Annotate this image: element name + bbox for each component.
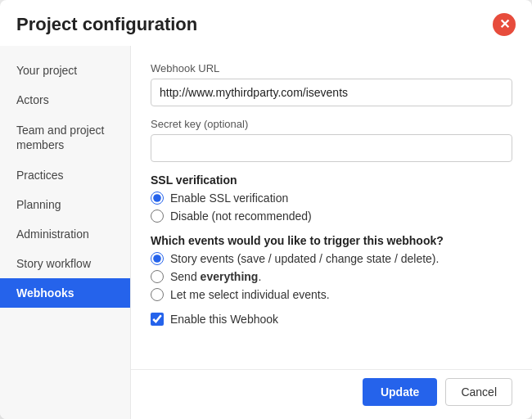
sidebar-item-story-workflow[interactable]: Story workflow [0,249,130,278]
send-everything-label: Send everything. [170,270,261,283]
ssl-disable-radio[interactable] [151,210,164,223]
individual-events-label: Let me select individual events. [170,288,330,301]
sidebar-item-planning[interactable]: Planning [0,190,130,219]
enable-webhook-label: Enable this Webhook [170,313,278,326]
update-button[interactable]: Update [363,378,437,406]
close-button[interactable]: ✕ [493,13,516,36]
story-events-option[interactable]: Story events (save / updated / change st… [151,252,512,265]
modal-title: Project configuration [16,14,197,35]
enable-webhook-checkbox[interactable] [151,313,164,326]
enable-webhook-section: Enable this Webhook [151,313,512,326]
ssl-radio-group: Enable SSL verification Disable (not rec… [151,191,512,223]
secret-key-input[interactable] [151,134,512,162]
ssl-enable-option[interactable]: Enable SSL verification [151,191,512,205]
webhook-url-field-group: Webhook URL [151,62,512,106]
sidebar: Your project Actors Team and project mem… [0,46,131,419]
ssl-enable-radio[interactable] [151,191,164,205]
sidebar-item-actors[interactable]: Actors [0,85,130,115]
individual-events-option[interactable]: Let me select individual events. [151,288,512,301]
secret-key-label: Secret key (optional) [151,118,512,130]
sidebar-item-team-and-project-members[interactable]: Team and project members [0,115,130,160]
main-content: Webhook URL Secret key (optional) SSL ve… [131,46,532,369]
send-everything-option[interactable]: Send everything. [151,270,512,283]
events-radio-group: Story events (save / updated / change st… [151,252,512,301]
individual-events-radio[interactable] [151,288,164,301]
footer-buttons: Update Cancel [131,369,532,419]
cancel-button[interactable]: Cancel [445,378,512,406]
modal-header: Project configuration ✕ [0,0,532,46]
enable-webhook-option[interactable]: Enable this Webhook [151,313,512,326]
sidebar-item-webhooks[interactable]: Webhooks [0,278,130,308]
sidebar-item-your-project[interactable]: Your project [0,56,130,85]
story-events-radio[interactable] [151,252,164,265]
modal-body: Your project Actors Team and project mem… [0,46,532,419]
events-section: Which events would you like to trigger t… [151,234,512,301]
ssl-disable-option[interactable]: Disable (not recommended) [151,210,512,223]
sidebar-item-administration[interactable]: Administration [0,219,130,249]
sidebar-item-practices[interactable]: Practices [0,160,130,190]
close-icon: ✕ [499,18,510,31]
ssl-disable-label: Disable (not recommended) [170,210,312,223]
webhook-url-label: Webhook URL [151,62,512,74]
story-events-label: Story events (save / updated / change st… [170,252,439,265]
ssl-section-title: SSL verification [151,173,512,187]
events-section-title: Which events would you like to trigger t… [151,234,512,247]
ssl-enable-label: Enable SSL verification [170,191,288,205]
ssl-section: SSL verification Enable SSL verification… [151,173,512,223]
project-configuration-modal: Project configuration ✕ Your project Act… [0,0,532,419]
secret-key-field-group: Secret key (optional) [151,118,512,162]
send-everything-radio[interactable] [151,270,164,283]
webhook-url-input[interactable] [151,79,512,106]
